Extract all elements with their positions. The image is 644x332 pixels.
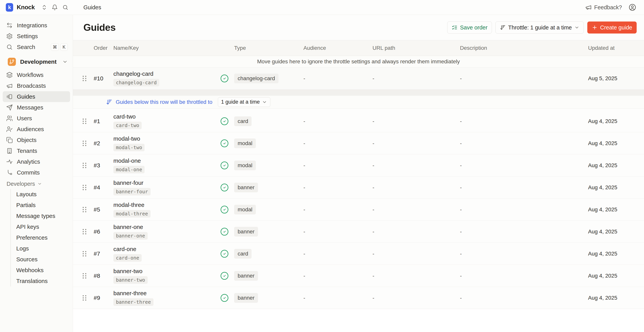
feedback-button[interactable]: Feedback? (585, 4, 622, 11)
breadcrumb: Guides (84, 4, 101, 11)
table-row[interactable]: #7 card-one card-one card - - - Aug 4, 2… (73, 243, 644, 265)
table-row[interactable]: #5 modal-three modal-three modal - - - A… (73, 199, 644, 221)
git-branch-icon (8, 58, 16, 66)
create-guide-button[interactable]: Create guide (587, 22, 637, 34)
table-row[interactable]: #2 modal-two modal-two modal - - - Aug 4… (73, 132, 644, 154)
sidebar-item-settings[interactable]: Settings (3, 31, 70, 42)
throttle-dropdown-button[interactable]: Throttle: 1 guide at a time (496, 22, 584, 34)
drag-handle-icon[interactable] (83, 251, 86, 256)
sidebar-item-audiences[interactable]: Audiences (3, 124, 70, 135)
sidebar-item-tenants[interactable]: Tenants (3, 145, 70, 156)
throttle-amount-select[interactable]: 1 guide at a time (218, 97, 270, 107)
drag-handle-icon[interactable] (83, 207, 86, 212)
row-key-badge: banner-three (114, 298, 154, 306)
sidebar-subitem-preferences[interactable]: Preferences (16, 232, 70, 243)
row-audience: - (304, 140, 372, 146)
table-row[interactable]: #4 banner-four banner-four banner - - - … (73, 176, 644, 199)
sidebar-item-messages[interactable]: Messages (3, 102, 70, 113)
sidebar-item-analytics[interactable]: Analytics (3, 156, 70, 167)
drag-handle-icon[interactable] (83, 119, 86, 124)
row-url-path: - (372, 273, 460, 279)
table-row[interactable]: #10 changelog-card changelog-card change… (73, 67, 644, 90)
row-key-badge: modal-one (114, 166, 144, 173)
settings-icon (6, 33, 13, 40)
column-header-updated-at: Updated at (588, 45, 644, 51)
sidebar-item-guides[interactable]: Guides (3, 91, 70, 102)
table-row[interactable]: #1 card-two card-two card - - - Aug 4, 2… (73, 110, 644, 132)
sidebar-subitem-sources[interactable]: Sources (16, 254, 70, 265)
table-row[interactable]: #3 modal-one modal-one modal - - - Aug 4… (73, 154, 644, 176)
drag-handle-icon[interactable] (83, 273, 86, 278)
row-order: #10 (94, 75, 114, 82)
row-order: #1 (94, 118, 114, 125)
search-icon[interactable] (62, 4, 68, 11)
table-row[interactable]: #9 banner-three banner-three banner - - … (73, 287, 644, 309)
table-row[interactable]: #6 banner-one banner-one banner - - - Au… (73, 221, 644, 243)
row-audience: - (304, 184, 372, 191)
sidebar-item-search[interactable]: Search ⌘K (3, 42, 70, 53)
sidebar-subitem-translations[interactable]: Translations (16, 276, 70, 286)
sidebar-item-broadcasts[interactable]: Broadcasts (3, 80, 70, 91)
notifications-bell-icon[interactable] (52, 4, 58, 11)
sidebar-item-objects[interactable]: Objects (3, 135, 70, 145)
send-icon (6, 104, 13, 111)
column-header-audience: Audience (304, 45, 372, 51)
row-description: - (460, 140, 588, 146)
knock-logo: k (6, 3, 13, 12)
sidebar-item-integrations[interactable]: Integrations (3, 20, 70, 31)
sidebar-item-commits[interactable]: Commits (3, 167, 70, 178)
sidebar-subitem-message-types[interactable]: Message types (16, 211, 70, 221)
row-order: #5 (94, 206, 114, 213)
active-check-icon (220, 184, 228, 191)
table-row[interactable]: #8 banner-two banner-two banner - - - Au… (73, 265, 644, 287)
sort-descending-icon (500, 25, 506, 31)
row-url-path: - (372, 140, 460, 146)
sidebar-item-workflows[interactable]: Workflows (3, 70, 70, 80)
workspace-switcher-icon[interactable] (41, 4, 47, 11)
dropzone-hint: Move guides here to ignore the throttle … (73, 56, 644, 67)
row-key-badge: card-one (114, 254, 142, 262)
row-description: - (460, 118, 588, 124)
row-updated-at: Aug 4, 2025 (588, 273, 644, 279)
sidebar-subitem-partials[interactable]: Partials (16, 200, 70, 211)
row-type-badge: card (234, 249, 252, 259)
row-type-badge: modal (234, 161, 256, 170)
row-name: banner-one (114, 224, 220, 230)
sidebar-item-users[interactable]: Users (3, 113, 70, 124)
sidebar-subitem-api-keys[interactable]: API keys (16, 221, 70, 232)
row-name: banner-two (114, 268, 220, 274)
workspace-name: Knock (17, 4, 35, 11)
commits-icon (6, 169, 13, 176)
row-description: - (460, 184, 588, 191)
row-url-path: - (372, 162, 460, 169)
environment-switcher[interactable]: Development (3, 56, 70, 68)
sidebar-subitem-layouts[interactable]: Layouts (16, 189, 70, 200)
sidebar-subitem-webhooks[interactable]: Webhooks (16, 265, 70, 276)
save-order-button[interactable]: Save order (447, 22, 492, 34)
row-order: #3 (94, 162, 114, 169)
row-audience: - (304, 118, 372, 124)
drag-handle-icon[interactable] (83, 163, 86, 168)
integrations-icon (6, 22, 13, 29)
row-updated-at: Aug 4, 2025 (588, 206, 644, 213)
row-updated-at: Aug 4, 2025 (588, 251, 644, 257)
sidebar-subitem-logs[interactable]: Logs (16, 243, 70, 254)
row-key-badge: banner-one (114, 232, 148, 240)
drag-handle-icon[interactable] (83, 229, 86, 234)
drag-handle-icon[interactable] (83, 295, 86, 301)
drag-handle-icon[interactable] (83, 185, 86, 190)
column-header-description: Description (460, 45, 588, 51)
user-check-icon (6, 126, 13, 133)
row-name: card-one (114, 246, 220, 252)
drag-handle-icon[interactable] (83, 76, 86, 81)
row-name: banner-three (114, 290, 220, 296)
column-header-url-path: URL path (372, 45, 460, 51)
active-check-icon (220, 117, 228, 125)
drag-handle-icon[interactable] (83, 141, 86, 146)
throttle-divider-text: Guides below this row will be throttled … (116, 99, 212, 105)
developers-section-toggle[interactable]: Developers (3, 179, 70, 189)
user-avatar[interactable] (628, 4, 636, 11)
row-url-path: - (372, 229, 460, 235)
search-icon (6, 44, 13, 50)
row-type-badge: banner (234, 227, 258, 236)
